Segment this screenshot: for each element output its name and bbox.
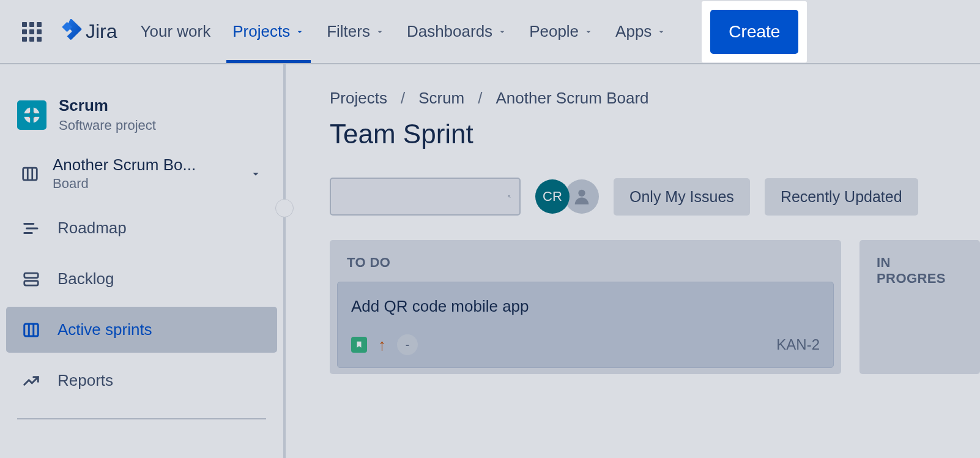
project-sidebar: Scrum Software project Another Scrum Bo.…	[0, 64, 286, 458]
person-icon	[571, 186, 592, 207]
breadcrumb-projects[interactable]: Projects	[330, 89, 387, 108]
app-switcher-button[interactable]	[20, 20, 44, 44]
sidebar-item-label: Active sprints	[58, 320, 152, 339]
svg-rect-7	[24, 273, 39, 278]
board-icon	[21, 165, 39, 183]
issue-key[interactable]: KAN-2	[776, 336, 820, 353]
assignee-avatar[interactable]: -	[397, 334, 418, 355]
board-search[interactable]	[330, 178, 521, 216]
filter-recently-updated[interactable]: Recently Updated	[765, 178, 918, 216]
chevron-down-icon	[249, 167, 262, 181]
active-sprints-icon	[22, 321, 40, 339]
assignee-filter-avatars: CR	[535, 179, 599, 214]
board-columns: TO DO Add QR code mobile app ↑ - KAN-2 I…	[330, 240, 980, 374]
sidebar-item-label: Roadmap	[58, 219, 127, 238]
top-navigation: Jira Your work Projects Filters Dashboar…	[0, 0, 980, 64]
priority-medium-icon: ↑	[378, 336, 386, 355]
board-name: Another Scrum Bo...	[53, 156, 196, 175]
sidebar-resize-handle[interactable]	[275, 199, 294, 217]
board-selector[interactable]: Another Scrum Bo... Board	[6, 149, 277, 203]
avatar-unassigned[interactable]	[565, 179, 599, 214]
story-type-icon	[351, 337, 367, 353]
nav-filters[interactable]: Filters	[321, 1, 391, 62]
page-title: Team Sprint	[330, 119, 980, 149]
project-avatar-icon	[17, 100, 46, 130]
svg-point-12	[508, 195, 510, 197]
board-toolbar: CR Only My Issues Recently Updated	[330, 178, 980, 216]
issue-card[interactable]: Add QR code mobile app ↑ - KAN-2	[337, 282, 834, 368]
search-icon	[508, 189, 511, 205]
card-title: Add QR code mobile app	[351, 297, 820, 316]
sidebar-item-roadmap[interactable]: Roadmap	[6, 205, 277, 251]
chevron-down-icon	[375, 27, 385, 37]
project-header[interactable]: Scrum Software project	[6, 83, 277, 149]
breadcrumb-project[interactable]: Scrum	[418, 89, 464, 108]
create-button[interactable]: Create	[710, 10, 798, 54]
sidebar-item-reports[interactable]: Reports	[6, 358, 277, 404]
jira-mark-icon	[61, 19, 82, 45]
column-in-progress: IN PROGRES	[859, 240, 980, 374]
chevron-down-icon	[656, 27, 666, 37]
jira-logo[interactable]: Jira	[61, 19, 117, 45]
project-name: Scrum	[59, 96, 156, 115]
breadcrumb-board[interactable]: Another Scrum Board	[496, 89, 649, 108]
svg-rect-8	[24, 280, 39, 285]
svg-point-14	[578, 190, 585, 197]
board-main: Projects / Scrum / Another Scrum Board T…	[286, 64, 980, 458]
product-name: Jira	[86, 20, 117, 43]
svg-rect-3	[30, 106, 34, 123]
backlog-icon	[22, 270, 40, 288]
breadcrumb-separator: /	[478, 89, 482, 108]
search-input[interactable]	[340, 189, 508, 205]
reports-icon	[22, 372, 40, 390]
nav-people[interactable]: People	[523, 1, 600, 62]
sidebar-divider	[17, 418, 266, 419]
nav-projects[interactable]: Projects	[226, 1, 311, 62]
nav-apps[interactable]: Apps	[609, 1, 672, 62]
project-type: Software project	[59, 118, 156, 133]
nav-your-work[interactable]: Your work	[135, 1, 217, 62]
chevron-down-icon	[584, 27, 593, 37]
column-todo: TO DO Add QR code mobile app ↑ - KAN-2	[330, 240, 841, 374]
roadmap-icon	[22, 219, 40, 238]
svg-line-13	[510, 197, 510, 198]
sidebar-item-backlog[interactable]: Backlog	[6, 256, 277, 302]
sidebar-item-label: Reports	[58, 371, 113, 390]
svg-rect-9	[24, 324, 39, 336]
chevron-down-icon	[497, 27, 507, 37]
board-type-label: Board	[53, 176, 196, 192]
breadcrumb: Projects / Scrum / Another Scrum Board	[330, 89, 980, 108]
filter-only-my-issues[interactable]: Only My Issues	[614, 178, 750, 216]
column-title: TO DO	[336, 252, 835, 282]
sidebar-item-active-sprints[interactable]: Active sprints	[6, 307, 277, 353]
avatar-cr[interactable]: CR	[535, 179, 570, 214]
breadcrumb-separator: /	[401, 89, 405, 108]
column-title: IN PROGRES	[866, 252, 974, 298]
svg-rect-4	[23, 168, 37, 180]
nav-dashboards[interactable]: Dashboards	[401, 1, 513, 62]
sidebar-item-label: Backlog	[58, 269, 114, 288]
app-switcher-icon	[22, 22, 42, 42]
chevron-down-icon	[295, 27, 305, 37]
